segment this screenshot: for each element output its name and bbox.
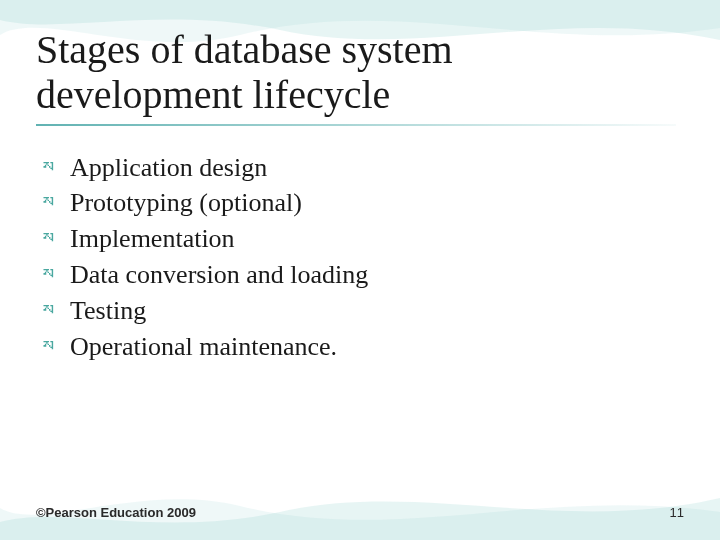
flourish-bullet-icon: ས	[42, 155, 70, 185]
list-item-text: Implementation	[70, 221, 235, 257]
flourish-bullet-icon: ས	[42, 226, 70, 256]
footer: ©Pearson Education 2009 11	[36, 505, 684, 520]
list-item: ས Testing	[42, 293, 684, 329]
list-item: ས Implementation	[42, 221, 684, 257]
slide-title: Stages of database system development li…	[36, 28, 684, 118]
title-line-2: development lifecycle	[36, 72, 390, 117]
content-area: Stages of database system development li…	[36, 28, 684, 365]
bullet-list: ས Application design ས Prototyping (opti…	[36, 150, 684, 365]
list-item: ས Data conversion and loading	[42, 257, 684, 293]
flourish-bullet-icon: ས	[42, 334, 70, 364]
list-item-text: Testing	[70, 293, 146, 329]
list-item-text: Operational maintenance.	[70, 329, 337, 365]
list-item-text: Prototyping (optional)	[70, 185, 302, 221]
list-item: ས Prototyping (optional)	[42, 185, 684, 221]
page-number: 11	[670, 505, 684, 520]
list-item: ས Operational maintenance.	[42, 329, 684, 365]
flourish-bullet-icon: ས	[42, 190, 70, 220]
flourish-bullet-icon: ས	[42, 298, 70, 328]
copyright-text: ©Pearson Education 2009	[36, 505, 196, 520]
flourish-bullet-icon: ས	[42, 262, 70, 292]
list-item: ས Application design	[42, 150, 684, 186]
title-underline	[36, 124, 676, 126]
slide: Stages of database system development li…	[0, 0, 720, 540]
list-item-text: Data conversion and loading	[70, 257, 368, 293]
title-line-1: Stages of database system	[36, 27, 453, 72]
list-item-text: Application design	[70, 150, 267, 186]
